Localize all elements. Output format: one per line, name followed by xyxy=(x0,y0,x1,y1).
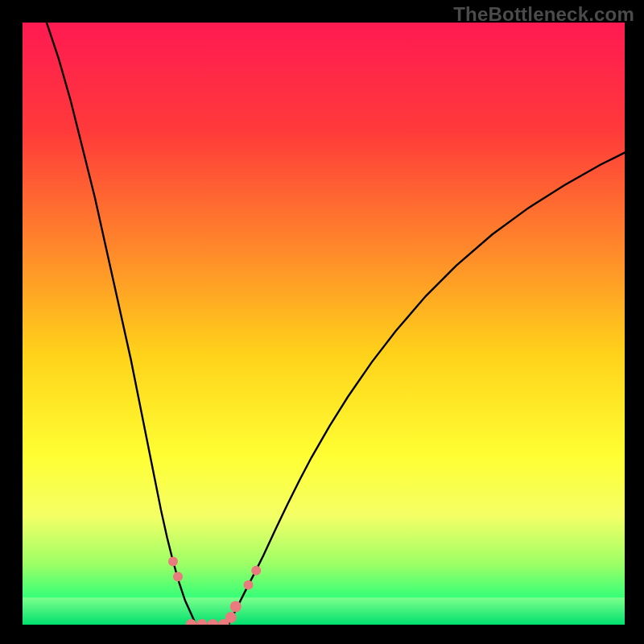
gradient-fill xyxy=(23,23,625,625)
chart-svg xyxy=(23,23,625,625)
data-marker xyxy=(168,556,178,566)
data-marker xyxy=(173,572,183,581)
plot-area xyxy=(23,23,625,625)
chart-canvas: TheBottleneck.com xyxy=(0,0,644,644)
data-marker xyxy=(244,580,254,590)
data-marker xyxy=(251,566,261,576)
data-marker xyxy=(225,612,237,623)
green-band xyxy=(23,597,625,625)
data-marker xyxy=(230,601,242,613)
watermark-text: TheBottleneck.com xyxy=(453,3,634,26)
